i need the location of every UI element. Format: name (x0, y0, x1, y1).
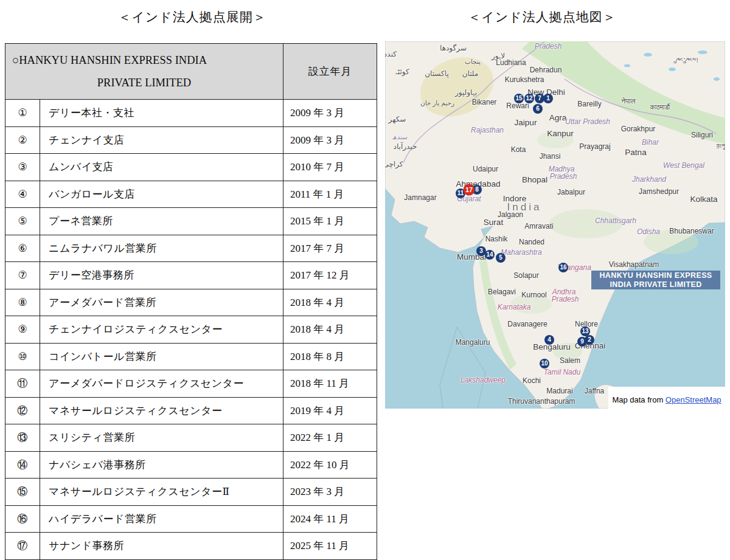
cell-date: 2022 年 10 月 (283, 451, 377, 479)
attribution-text: Map data from (612, 395, 665, 404)
company-name-line1: ○HANKYU HANSHIN EXPRESS INDIA (6, 54, 282, 67)
cell-no: ⑥ (5, 235, 40, 262)
map-attribution: Map data from OpenStreetMap (608, 387, 725, 409)
company-overlay-label: HANKYU HANSHIN EXPRESS INDIA PRIVATE LIM… (591, 271, 720, 289)
table-row: ⑥ニムラナバワル営業所2017 年 7 月 (5, 235, 377, 262)
cell-no: ⑧ (5, 289, 40, 316)
forest-patch (644, 230, 698, 254)
cell-no: ⑯ (5, 505, 40, 533)
india-map: HANKYU HANSHIN EXPRESS INDIA PRIVATE LIM… (385, 41, 725, 409)
map-marker-6: 6 (533, 104, 543, 114)
cell-name: ムンバイ支店 (40, 154, 283, 181)
cell-no: ⑨ (5, 316, 40, 344)
cell-no: ⑫ (5, 397, 40, 424)
cell-date: 2010 年 7 月 (283, 154, 377, 181)
table-row: ⑰サナンド事務所2025 年 11 月 (5, 533, 377, 560)
cell-no: ⑩ (5, 343, 40, 370)
map-background (385, 41, 725, 409)
cell-date: 2019 年 4 月 (283, 397, 377, 424)
table-row: ④バンガロール支店2011 年 1 月 (5, 181, 377, 208)
cell-name: マネサールロジスティクスセンターⅡ (40, 479, 283, 506)
table-header-row: ○HANKYU HANSHIN EXPRESS INDIA PRIVATE LI… (5, 44, 377, 100)
table-row: ③ムンバイ支店2010 年 7 月 (5, 154, 377, 181)
cell-name: ニムラナバワル営業所 (40, 235, 283, 262)
table-row: ⑭ナバシェバ港事務所2022 年 10 月 (5, 451, 377, 479)
map-marker-17: 17 (464, 184, 475, 196)
cell-name: ナバシェバ港事務所 (40, 451, 283, 479)
table-row: ①デリー本社・支社2009 年 3 月 (5, 100, 377, 127)
forest-patch (510, 294, 552, 314)
cell-no: ⑰ (5, 533, 40, 560)
cell-no: ⑦ (5, 262, 40, 289)
cell-name: アーメダバード営業所 (40, 289, 283, 316)
cell-no: ① (5, 100, 40, 127)
cell-date: 2017 年 12 月 (283, 262, 377, 289)
table-row: ⑦デリー空港事務所2017 年 12 月 (5, 262, 377, 289)
right-section-title: ＜インド法人拠点地図＞ (468, 9, 616, 26)
forest-patch (549, 209, 622, 238)
table-row: ⑩コインバトール営業所2018 年 8 月 (5, 343, 377, 370)
lake (698, 50, 707, 54)
cell-name: デリー空港事務所 (40, 262, 283, 289)
cell-name: チェンナイ支店 (40, 126, 283, 154)
cell-name: プーネ営業所 (40, 208, 283, 235)
cell-date: 2024 年 11 月 (283, 505, 377, 533)
table-row: ⑫マネサールロジスティクスセンター2019 年 4 月 (5, 397, 377, 424)
lake (714, 77, 720, 81)
cell-name: サナンド事務所 (40, 533, 283, 560)
cell-date: 2018 年 11 月 (283, 370, 377, 398)
lake (644, 53, 652, 57)
company-overlay-line1: HANKYU HANSHIN EXPRESS (591, 271, 720, 280)
cell-name: マネサールロジスティクスセンター (40, 397, 283, 424)
table-body: ①デリー本社・支社2009 年 3 月②チェンナイ支店2009 年 3 月③ムン… (5, 100, 377, 560)
cell-name: バンガロール支店 (40, 181, 283, 208)
openstreetmap-link[interactable]: OpenStreetMap (666, 395, 721, 404)
cell-no: ⑬ (5, 424, 40, 452)
map-marker-5: 5 (496, 253, 506, 263)
cell-name: チェンナイロジスティクスセンター (40, 316, 283, 344)
table-row: ⑮マネサールロジスティクスセンターⅡ2023 年 3 月 (5, 479, 377, 506)
cell-no: ⑭ (5, 451, 40, 479)
map-marker-1: 1 (543, 94, 553, 103)
cell-date: 2009 年 3 月 (283, 126, 377, 154)
table-row: ⑯ハイデラバード営業所2024 年 11 月 (5, 505, 377, 533)
company-overlay-line2: INDIA PRIVATE LIMITED (591, 280, 720, 289)
cell-date: 2018 年 4 月 (283, 316, 377, 344)
cell-date: 2025 年 11 月 (283, 533, 377, 560)
lake (669, 67, 676, 71)
cell-name: コインバトール営業所 (40, 343, 283, 370)
map-marker-12: 12 (524, 94, 534, 103)
cell-date: 2015 年 1 月 (283, 208, 377, 235)
map-marker-16: 16 (558, 263, 568, 272)
forest-patch (537, 131, 574, 148)
established-column-header: 設立年月 (283, 44, 377, 100)
map-marker-4: 4 (544, 335, 554, 345)
table-row: ⑤プーネ営業所2015 年 1 月 (5, 208, 377, 235)
lake (624, 64, 630, 67)
cell-date: 2017 年 7 月 (283, 235, 377, 262)
table-row: ⑪アーメダバードロジスティクスセンター2018 年 11 月 (5, 370, 377, 398)
cell-date: 2018 年 8 月 (283, 343, 377, 370)
cell-date: 2022 年 1 月 (283, 424, 377, 452)
cell-date: 2009 年 3 月 (283, 100, 377, 127)
table-row: ⑨チェンナイロジスティクスセンター2018 年 4 月 (5, 316, 377, 344)
table-row: ⑬スリシティ営業所2022 年 1 月 (5, 424, 377, 452)
cell-date: 2018 年 4 月 (283, 289, 377, 316)
cell-name: デリー本社・支社 (40, 100, 283, 127)
cell-name: ハイデラバード営業所 (40, 505, 283, 533)
company-name-line2: PRIVATE LIMITED (6, 77, 282, 89)
table-row: ②チェンナイ支店2009 年 3 月 (5, 126, 377, 154)
cell-date: 2011 年 1 月 (283, 181, 377, 208)
cell-no: ⑤ (5, 208, 40, 235)
cell-no: ③ (5, 154, 40, 181)
left-section-title: ＜インド法人拠点展開＞ (118, 9, 266, 26)
map-marker-15: 15 (514, 94, 524, 103)
cell-name: スリシティ営業所 (40, 424, 283, 452)
map-marker-14: 14 (485, 250, 495, 260)
cell-no: ⑪ (5, 370, 40, 398)
table-row: ⑧アーメダバード営業所2018 年 4 月 (5, 289, 377, 316)
cell-no: ② (5, 126, 40, 154)
company-header-cell: ○HANKYU HANSHIN EXPRESS INDIA PRIVATE LI… (5, 44, 283, 100)
forest-patch (553, 343, 582, 360)
cell-no: ④ (5, 181, 40, 208)
